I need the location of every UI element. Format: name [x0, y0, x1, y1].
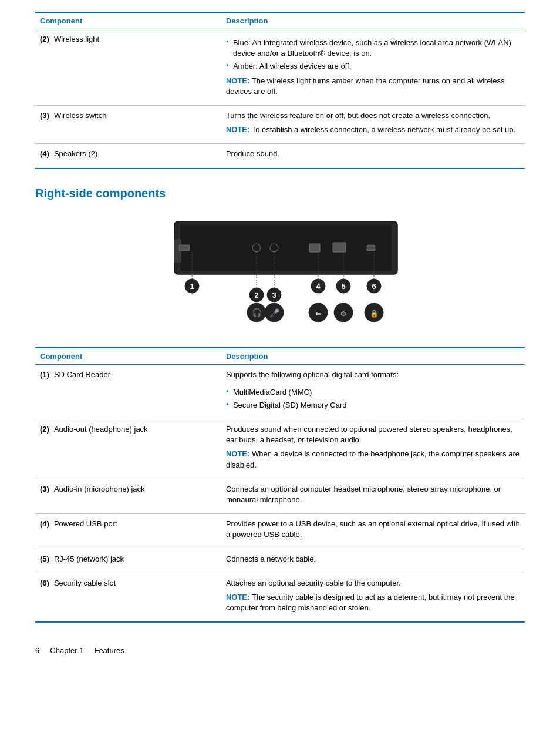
- top-table-description-header: Description: [221, 12, 525, 29]
- component-num: (2): [40, 35, 49, 43]
- table-row: (4)Powered USB portProvides power to a U…: [35, 514, 525, 549]
- svg-text:⇐: ⇐: [315, 310, 321, 318]
- svg-point-4: [252, 244, 261, 252]
- description-cell: Supports the following optional digital …: [221, 364, 525, 419]
- svg-text:2: 2: [254, 291, 258, 300]
- component-num: (4): [40, 519, 49, 528]
- bottom-table-description-header: Description: [221, 348, 525, 365]
- top-component-table: Component Description (2)Wireless lightB…: [35, 12, 525, 169]
- component-name: RJ-45 (network) jack: [49, 555, 124, 563]
- component-name: Powered USB port: [49, 519, 117, 528]
- svg-text:🔒: 🔒: [370, 309, 379, 318]
- bottom-table-component-header: Component: [35, 348, 221, 365]
- svg-text:3: 3: [272, 291, 276, 300]
- desc-text: Provides power to a USB device, such as …: [226, 519, 520, 540]
- component-name: Wireless light: [49, 35, 99, 43]
- component-cell: (2)Wireless light: [35, 29, 221, 106]
- desc-text: Turns the wireless feature on or off, bu…: [226, 110, 520, 121]
- note-block: NOTE: When a device is connected to the …: [226, 449, 520, 470]
- desc-bullets: MultiMediaCard (MMC)Secure Digital (SD) …: [226, 384, 520, 414]
- description-cell: Provides power to a USB device, such as …: [221, 514, 525, 549]
- component-cell: (3)Wireless switch: [35, 105, 221, 143]
- svg-point-5: [270, 244, 278, 252]
- svg-rect-1: [180, 225, 392, 271]
- desc-text: Connects an optional computer headset mi…: [226, 484, 520, 505]
- component-name: Wireless switch: [49, 111, 107, 120]
- chapter-title: Features: [94, 646, 124, 655]
- svg-text:6: 6: [372, 282, 376, 291]
- note-label: NOTE:: [226, 449, 249, 458]
- top-table-component-header: Component: [35, 12, 221, 29]
- page-number: 6: [35, 646, 39, 655]
- desc-text: Produces sound when connected to optiona…: [226, 424, 520, 445]
- component-name: Speakers (2): [49, 149, 97, 158]
- table-row: (6)Security cable slotAttaches an option…: [35, 573, 525, 622]
- component-name: SD Card Reader: [49, 370, 110, 379]
- component-cell: (4)Speakers (2): [35, 144, 221, 169]
- svg-text:1: 1: [190, 282, 194, 291]
- note-block: NOTE: The security cable is designed to …: [226, 592, 520, 613]
- component-cell: (1)SD Card Reader: [35, 364, 221, 419]
- description-cell: Connects a network cable.: [221, 549, 525, 573]
- table-row: (3)Wireless switchTurns the wireless fea…: [35, 105, 525, 143]
- component-num: (3): [40, 111, 49, 120]
- svg-rect-3: [179, 245, 190, 251]
- description-cell: Produces sound when connected to optiona…: [221, 419, 525, 479]
- description-cell: Turns the wireless feature on or off, bu…: [221, 105, 525, 143]
- section-heading: Right-side components: [35, 187, 525, 200]
- component-num: (3): [40, 485, 49, 493]
- svg-rect-6: [309, 244, 320, 252]
- chapter-label: Chapter 1: [50, 646, 83, 655]
- svg-text:5: 5: [341, 282, 345, 291]
- note-label: NOTE:: [226, 76, 249, 85]
- desc-bullet: Amber: All wireless devices are off.: [226, 60, 520, 73]
- svg-text:🎤: 🎤: [269, 308, 280, 318]
- desc-text: Produce sound.: [226, 149, 520, 159]
- component-num: (1): [40, 370, 49, 379]
- component-cell: (5)RJ-45 (network) jack: [35, 549, 221, 573]
- description-cell: Connects an optional computer headset mi…: [221, 479, 525, 513]
- bottom-component-table: Component Description (1)SD Card ReaderS…: [35, 347, 525, 623]
- svg-text:4: 4: [316, 282, 321, 291]
- desc-text: Connects a network cable.: [226, 554, 520, 564]
- laptop-diagram: 1 2 🎧 3 🎤 4 ⇐ 5 ⚙ 6 🔒: [139, 210, 421, 333]
- desc-text: Attaches an optional security cable to t…: [226, 578, 520, 589]
- table-row: (2)Audio-out (headphone) jackProduces so…: [35, 419, 525, 479]
- table-row: (4)Speakers (2)Produce sound.: [35, 144, 525, 169]
- component-name: Security cable slot: [49, 579, 116, 587]
- table-row: (1)SD Card ReaderSupports the following …: [35, 364, 525, 419]
- svg-text:🎧: 🎧: [252, 308, 262, 318]
- component-name: Audio-out (headphone) jack: [49, 425, 148, 434]
- note-block: NOTE: To establish a wireless connection…: [226, 125, 520, 135]
- desc-bullet: Blue: An integrated wireless device, suc…: [226, 36, 520, 60]
- table-row: (5)RJ-45 (network) jackConnects a networ…: [35, 549, 525, 573]
- component-cell: (6)Security cable slot: [35, 573, 221, 622]
- component-num: (4): [40, 149, 49, 158]
- svg-text:⚙: ⚙: [340, 310, 346, 317]
- note-block: NOTE: The wireless light turns amber whe…: [226, 76, 520, 97]
- desc-bullet: Secure Digital (SD) Memory Card: [226, 399, 520, 412]
- description-cell: Attaches an optional security cable to t…: [221, 573, 525, 622]
- desc-bullets: Blue: An integrated wireless device, suc…: [226, 34, 520, 76]
- note-label: NOTE:: [226, 593, 249, 601]
- desc-bullet: MultiMediaCard (MMC): [226, 386, 520, 399]
- description-cell: Produce sound.: [221, 144, 525, 169]
- svg-rect-8: [367, 245, 375, 251]
- component-num: (5): [40, 555, 49, 563]
- desc-text: Supports the following optional digital …: [226, 369, 520, 380]
- note-label: NOTE:: [226, 125, 249, 134]
- component-num: (6): [40, 579, 49, 587]
- component-num: (2): [40, 425, 49, 434]
- component-cell: (2)Audio-out (headphone) jack: [35, 419, 221, 479]
- description-cell: Blue: An integrated wireless device, suc…: [221, 29, 525, 106]
- table-row: (2)Wireless lightBlue: An integrated wir…: [35, 29, 525, 106]
- page-footer: 6 Chapter 1 Features: [35, 646, 525, 655]
- laptop-diagram-area: 1 2 🎧 3 🎤 4 ⇐ 5 ⚙ 6 🔒: [35, 210, 525, 333]
- component-cell: (3)Audio-in (microphone) jack: [35, 479, 221, 513]
- component-name: Audio-in (microphone) jack: [49, 485, 145, 493]
- svg-rect-7: [333, 243, 346, 252]
- table-row: (3)Audio-in (microphone) jackConnects an…: [35, 479, 525, 513]
- component-cell: (4)Powered USB port: [35, 514, 221, 549]
